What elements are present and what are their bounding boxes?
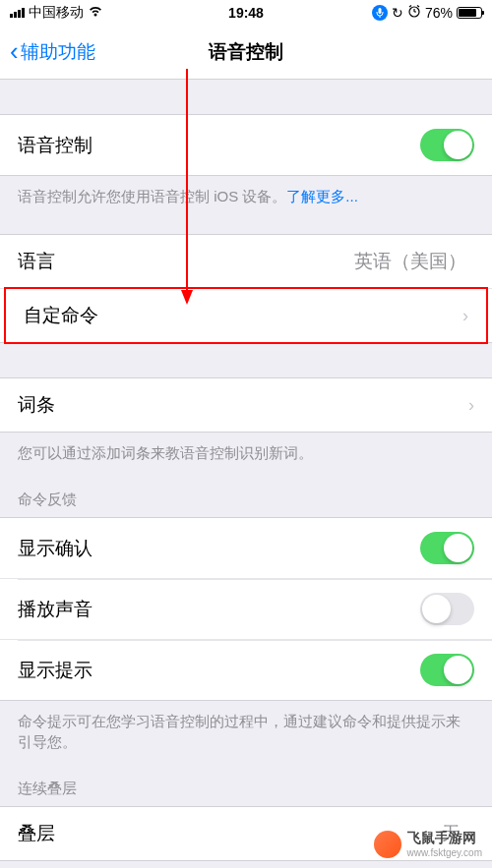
play-sound-cell: 播放声音 [0,579,492,640]
show-hints-toggle[interactable] [420,654,474,686]
custom-commands-label: 自定命令 [24,303,98,328]
back-chevron-icon: ‹ [10,36,19,67]
vocabulary-cell[interactable]: 词条 › [0,377,492,433]
feedback-footer: 命令提示可在您学习语音控制的过程中，通过建议命令和提供提示来引导您。 [0,701,492,762]
overlay-label: 叠层 [18,821,55,846]
watermark-title: 飞鼠手游网 [407,830,483,847]
voice-control-cell: 语音控制 [0,114,492,176]
show-confirm-label: 显示确认 [18,536,92,561]
show-hints-cell: 显示提示 [0,640,492,700]
play-sound-toggle[interactable] [420,593,474,625]
orientation-lock-icon: ↻ [392,5,403,21]
voice-control-footer: 语音控制允许您使用语音控制 iOS 设备。了解更多... [0,176,492,216]
svg-line-5 [409,6,411,8]
voice-control-label: 语音控制 [18,133,92,158]
feedback-header: 命令反馈 [0,473,492,517]
svg-line-6 [417,6,419,8]
overlay-header: 连续叠层 [0,762,492,806]
page-title: 语音控制 [209,39,283,65]
show-confirm-toggle[interactable] [420,532,474,564]
vocabulary-label: 词条 [18,392,55,418]
chevron-right-icon: › [462,306,468,326]
learn-more-link[interactable]: 了解更多... [286,188,358,204]
custom-commands-cell[interactable]: 自定命令 › [6,289,486,342]
svg-rect-0 [378,8,381,14]
wifi-icon [88,5,103,21]
watermark-url: www.fsktgey.com [407,847,483,858]
language-cell[interactable]: 语言 英语（美国） [0,235,492,289]
play-sound-label: 播放声音 [18,597,92,622]
vocabulary-footer: 您可以通过添加词条来教语音控制识别新词。 [0,433,492,473]
show-hints-label: 显示提示 [18,658,92,683]
status-bar: 中国移动 19:48 ↻ 76% [0,0,492,25]
signal-icon [10,8,25,18]
battery-icon [457,7,482,19]
language-value: 英语（美国） [354,249,466,274]
status-time: 19:48 [228,5,264,21]
alarm-icon [407,4,421,21]
voice-control-toggle[interactable] [420,129,474,161]
nav-bar: ‹ 辅助功能 语音控制 [0,25,492,80]
status-left: 中国移动 [10,4,103,22]
back-button[interactable]: ‹ 辅助功能 [10,36,95,67]
watermark: 飞鼠手游网 www.fsktgey.com [374,830,483,858]
carrier-label: 中国移动 [29,4,84,22]
voice-control-indicator-icon [372,5,388,21]
chevron-right-icon: › [468,395,474,416]
status-right: ↻ 76% [372,4,482,21]
watermark-logo-icon [374,831,401,858]
battery-pct: 76% [425,5,453,21]
show-confirm-cell: 显示确认 [0,518,492,579]
back-label: 辅助功能 [21,39,95,65]
language-label: 语言 [18,249,55,274]
overlay-footer: 叠层会在屏幕内容上显示编号或名称，以方便快 [0,861,492,868]
